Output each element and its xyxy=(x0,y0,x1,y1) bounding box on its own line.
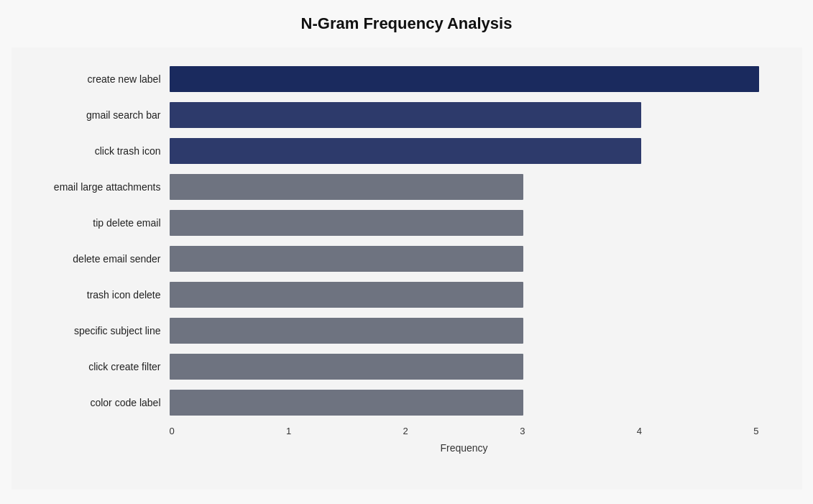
bar-row: gmail search bar xyxy=(26,98,759,132)
bar-label: delete email sender xyxy=(26,253,170,265)
x-tick: 0 xyxy=(170,426,175,436)
bar-fill xyxy=(170,66,759,92)
bar-fill xyxy=(170,210,523,236)
bar-row: trash icon delete xyxy=(26,278,759,312)
bar-fill xyxy=(170,282,523,308)
bar-row: color code label xyxy=(26,385,759,420)
bar-label: click create filter xyxy=(26,361,170,372)
bar-row: create new label xyxy=(26,62,759,96)
bar-label: gmail search bar xyxy=(26,109,170,121)
bar-track xyxy=(170,318,759,344)
bar-label: trash icon delete xyxy=(26,289,170,301)
bar-label: click trash icon xyxy=(26,145,170,157)
bar-row: tip delete email xyxy=(26,206,759,240)
x-tick: 1 xyxy=(286,426,291,436)
bar-fill xyxy=(170,390,523,416)
bar-track xyxy=(170,174,759,200)
bar-row: delete email sender xyxy=(26,242,759,276)
x-axis-label-wrapper: Frequency xyxy=(170,436,759,454)
bar-fill xyxy=(170,174,523,200)
bar-label: create new label xyxy=(26,73,170,85)
bar-label: color code label xyxy=(26,397,170,408)
bar-track xyxy=(170,138,759,164)
bar-row: email large attachments xyxy=(26,170,759,204)
bar-fill xyxy=(170,246,523,272)
chart-container: create new labelgmail search barclick tr… xyxy=(12,47,802,490)
x-tick: 5 xyxy=(753,426,758,436)
bar-fill xyxy=(170,354,523,380)
x-axis-label: Frequency xyxy=(170,442,759,454)
bar-fill xyxy=(170,102,641,128)
bar-track xyxy=(170,354,759,380)
bar-row: click trash icon xyxy=(26,134,759,168)
bar-track xyxy=(170,282,759,308)
x-axis-ticks: 012345 xyxy=(170,426,759,436)
bar-label: tip delete email xyxy=(26,217,170,229)
bar-label: specific subject line xyxy=(26,325,170,336)
x-tick: 3 xyxy=(520,426,525,436)
bar-track xyxy=(170,102,759,128)
bar-fill xyxy=(170,138,641,164)
bar-fill xyxy=(170,318,523,344)
x-axis: 012345 xyxy=(170,426,759,436)
bar-row: specific subject line xyxy=(26,313,759,348)
bar-track xyxy=(170,66,759,92)
bar-track xyxy=(170,390,759,416)
bar-track xyxy=(170,246,759,272)
bar-track xyxy=(170,210,759,236)
bar-chart: create new labelgmail search barclick tr… xyxy=(26,62,759,420)
bar-label: email large attachments xyxy=(26,181,170,193)
chart-title: N-Gram Frequency Analysis xyxy=(301,14,513,33)
x-tick: 2 xyxy=(403,426,408,436)
bar-row: click create filter xyxy=(26,349,759,384)
x-tick: 4 xyxy=(637,426,642,436)
